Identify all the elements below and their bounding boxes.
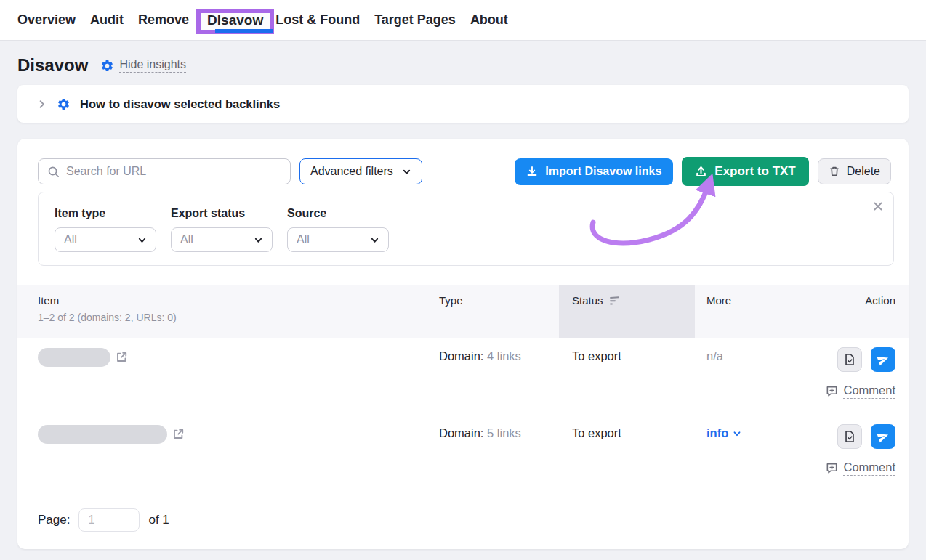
tab-lost-and-found[interactable]: Lost & Found [275, 12, 360, 28]
comment-plus-icon [826, 462, 838, 474]
send-to-google-button[interactable] [871, 424, 895, 449]
import-disavow-links-button[interactable]: Import Disavow links [515, 158, 673, 185]
search-icon [47, 166, 60, 178]
tab-remove[interactable]: Remove [138, 12, 189, 28]
filter-export-status: Export status All [171, 207, 273, 252]
upload-icon [695, 166, 707, 178]
advanced-filters-button[interactable]: Advanced filters [299, 158, 422, 184]
export-to-txt-button[interactable]: Export to TXT [682, 157, 808, 186]
gear-icon [100, 59, 114, 73]
download-icon [526, 166, 538, 177]
close-icon[interactable] [872, 200, 884, 212]
page-total-label: of 1 [148, 513, 169, 527]
filter-source-select[interactable]: All [287, 227, 389, 252]
more-cell: info [695, 415, 788, 492]
insights-banner[interactable]: How to disavow selected backlinks [17, 85, 909, 123]
insights-banner-title: How to disavow selected backlinks [80, 97, 280, 111]
comment-link[interactable]: Comment [788, 460, 895, 476]
advanced-filters-label: Advanced filters [310, 165, 393, 178]
redacted-domain [38, 348, 110, 367]
document-check-icon [843, 353, 856, 366]
info-dropdown-link[interactable]: info [706, 426, 741, 440]
action-cell: Comment [788, 338, 909, 415]
send-to-google-button[interactable] [871, 347, 895, 372]
filter-panel: Item type All Export status All [38, 192, 894, 266]
table-row: Domain: 5 links To export info [17, 415, 909, 492]
external-link-icon[interactable] [116, 351, 128, 363]
redacted-domain [38, 425, 167, 444]
send-icon [877, 430, 890, 443]
column-header-more[interactable]: More [695, 285, 788, 338]
hide-insights-label: Hide insights [119, 58, 186, 73]
delete-button[interactable]: Delete [818, 158, 891, 184]
action-cell: Comment [788, 415, 909, 492]
send-icon [877, 353, 890, 366]
column-header-item-label: Item [38, 294, 439, 307]
export-item-button[interactable] [837, 424, 862, 449]
export-to-txt-label: Export to TXT [714, 164, 795, 179]
filter-export-status-label: Export status [171, 207, 273, 220]
export-item-button[interactable] [837, 347, 862, 372]
comment-plus-icon [826, 385, 838, 397]
search-url-box[interactable] [38, 158, 291, 184]
status-cell: To export [559, 415, 695, 492]
comment-label: Comment [843, 384, 895, 399]
filter-export-status-select[interactable]: All [171, 227, 273, 252]
tab-about[interactable]: About [470, 12, 508, 28]
chevron-down-icon [733, 429, 741, 438]
chevron-down-icon [254, 235, 263, 245]
tab-target-pages[interactable]: Target Pages [374, 12, 456, 28]
type-cell: Domain: 4 links [439, 338, 559, 415]
tab-overview[interactable]: Overview [17, 12, 76, 28]
toolbar: Advanced filters Import Disavow links Ex… [17, 157, 909, 186]
info-label: info [706, 426, 728, 440]
gear-icon [57, 97, 71, 111]
links-count[interactable]: 4 links [487, 349, 521, 362]
type-label: Domain: [439, 349, 483, 362]
tab-disavow-wrapper: Disavow [196, 12, 274, 28]
item-cell [17, 338, 439, 415]
comment-link[interactable]: Comment [788, 384, 895, 399]
hide-insights-link[interactable]: Hide insights [100, 58, 186, 73]
page-title: Disavow [17, 55, 88, 76]
filter-source-value: All [297, 233, 310, 246]
tab-audit[interactable]: Audit [90, 12, 124, 28]
trash-icon [829, 166, 840, 177]
comment-label: Comment [843, 460, 895, 476]
filter-source-label: Source [287, 207, 389, 220]
column-header-item[interactable]: Item 1–2 of 2 (domains: 2, URLs: 0) [17, 285, 439, 338]
column-header-status-label: Status [572, 294, 603, 307]
item-cell [17, 415, 439, 492]
page-header: Disavow Hide insights [0, 41, 926, 85]
tab-disavow[interactable]: Disavow [207, 12, 263, 28]
sort-icon [609, 296, 621, 305]
filter-item-type-select[interactable]: All [55, 227, 156, 252]
type-label: Domain: [439, 426, 483, 439]
document-check-icon [843, 430, 856, 443]
pagination: Page: of 1 [17, 492, 909, 549]
disavow-list-card: Advanced filters Import Disavow links Ex… [17, 139, 909, 549]
chevron-down-icon [402, 167, 411, 176]
table-summary: 1–2 of 2 (domains: 2, URLs: 0) [38, 312, 439, 323]
table-header-row: Item 1–2 of 2 (domains: 2, URLs: 0) Type… [17, 285, 909, 338]
chevron-right-icon[interactable] [36, 99, 47, 110]
status-cell: To export [559, 338, 695, 415]
filter-source: Source All [287, 207, 389, 252]
page-number-input[interactable] [78, 508, 140, 532]
links-count[interactable]: 5 links [487, 426, 521, 439]
filter-item-type-value: All [64, 233, 77, 246]
search-url-input[interactable] [66, 165, 281, 178]
external-link-icon[interactable] [172, 428, 185, 440]
import-disavow-links-label: Import Disavow links [545, 165, 661, 178]
page-label: Page: [38, 513, 70, 527]
filter-item-type: Item type All [55, 207, 156, 252]
chevron-down-icon [370, 235, 379, 245]
column-header-type[interactable]: Type [439, 285, 559, 338]
chevron-down-icon [137, 235, 147, 245]
column-header-status[interactable]: Status [559, 285, 695, 338]
delete-label: Delete [847, 165, 880, 178]
active-tab-indicator [215, 29, 273, 33]
filter-item-type-label: Item type [55, 207, 156, 220]
type-cell: Domain: 5 links [439, 415, 559, 492]
backlink-audit-tabs: Overview Audit Remove Disavow Lost & Fou… [0, 0, 926, 41]
